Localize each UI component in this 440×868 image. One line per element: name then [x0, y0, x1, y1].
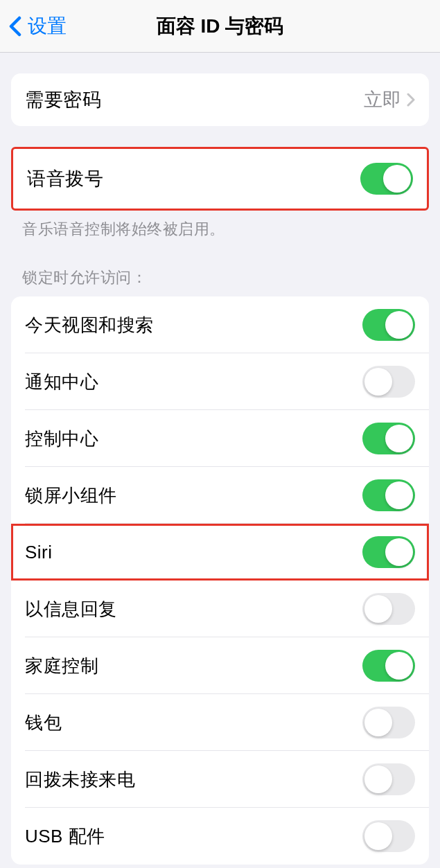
control-center-row: 控制中心	[11, 410, 429, 467]
usb-accessories-toggle[interactable]	[362, 820, 415, 852]
return-missed-calls-label: 回拨未接来电	[25, 768, 135, 792]
require-passcode-label: 需要密码	[25, 87, 101, 112]
wallet-row: 钱包	[11, 694, 429, 751]
control-center-toggle[interactable]	[362, 423, 415, 454]
navigation-bar: 设置 面容 ID 与密码	[0, 0, 440, 53]
home-control-label: 家庭控制	[25, 654, 98, 678]
lock-access-group: 今天视图和搜索 通知中心 控制中心 锁屏小组件 Siri 以信息回复 家庭	[11, 296, 429, 865]
today-view-label: 今天视图和搜索	[25, 313, 154, 337]
lock-screen-widgets-row: 锁屏小组件	[11, 467, 429, 524]
back-button[interactable]: 设置	[8, 13, 67, 39]
return-missed-calls-row: 回拨未接来电	[11, 751, 429, 808]
reply-with-message-toggle[interactable]	[362, 593, 415, 625]
siri-toggle[interactable]	[362, 536, 415, 568]
require-passcode-value-wrap: 立即	[364, 87, 415, 112]
voice-dial-row: 语音拨号	[13, 149, 427, 209]
voice-dial-footer: 音乐语音控制将始终被启用。	[0, 211, 440, 240]
page-title: 面容 ID 与密码	[157, 13, 284, 39]
notification-center-row: 通知中心	[11, 353, 429, 410]
today-view-toggle[interactable]	[362, 309, 415, 341]
usb-accessories-row: USB 配件	[11, 808, 429, 865]
siri-row: Siri	[11, 524, 429, 581]
lock-screen-widgets-label: 锁屏小组件	[25, 484, 117, 508]
home-control-toggle[interactable]	[362, 650, 415, 682]
chevron-right-icon	[407, 93, 415, 107]
siri-label: Siri	[25, 542, 53, 563]
home-control-row: 家庭控制	[11, 637, 429, 694]
lock-screen-widgets-toggle[interactable]	[362, 479, 415, 511]
lock-access-header: 锁定时允许访问：	[0, 240, 440, 296]
notification-center-label: 通知中心	[25, 370, 98, 394]
control-center-label: 控制中心	[25, 427, 98, 451]
lock-access-footer: iPhone 锁定超过一小时后，需先解锁 iPhone 才能允许USB 配件连接…	[0, 865, 440, 868]
voice-dial-group: 语音拨号	[11, 147, 429, 211]
require-passcode-value: 立即	[364, 87, 401, 112]
return-missed-calls-toggle[interactable]	[362, 763, 415, 795]
require-passcode-row[interactable]: 需要密码 立即	[11, 73, 429, 126]
voice-dial-toggle[interactable]	[360, 163, 413, 195]
notification-center-toggle[interactable]	[362, 366, 415, 398]
back-label: 设置	[28, 13, 67, 39]
wallet-toggle[interactable]	[362, 707, 415, 738]
today-view-row: 今天视图和搜索	[11, 296, 429, 353]
require-passcode-group: 需要密码 立即	[11, 73, 429, 126]
usb-accessories-label: USB 配件	[25, 824, 105, 849]
wallet-label: 钱包	[25, 711, 62, 735]
reply-with-message-label: 以信息回复	[25, 597, 117, 621]
reply-with-message-row: 以信息回复	[11, 581, 429, 637]
voice-dial-label: 语音拨号	[27, 166, 103, 191]
chevron-left-icon	[8, 16, 22, 37]
